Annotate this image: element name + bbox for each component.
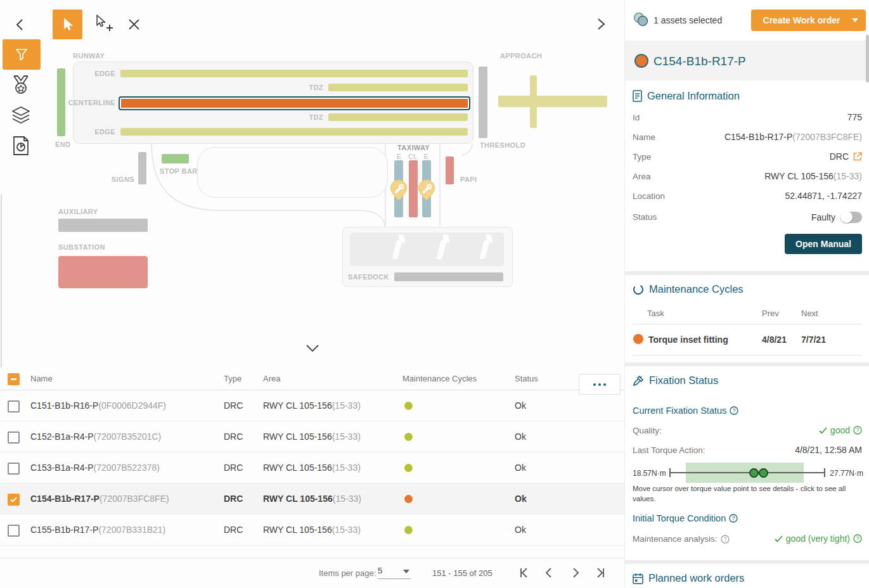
row-checkbox[interactable]: [8, 463, 20, 475]
wrench-pin-icon[interactable]: [390, 179, 408, 201]
safedock-asset[interactable]: [394, 272, 503, 281]
asset-status: Ok: [515, 525, 526, 535]
items-per-page-label: Items per page:: [319, 568, 376, 578]
badge-tool-button[interactable]: [11, 75, 30, 96]
badge-icon: [11, 75, 30, 96]
stop-bar-asset[interactable]: [162, 154, 189, 163]
cycle-task[interactable]: Torque inset fitting: [648, 335, 728, 345]
torque-max-label: 27.77N·m: [830, 469, 863, 478]
id-label: Id: [633, 113, 640, 122]
col-cycles[interactable]: Maintenance Cycles: [402, 374, 477, 383]
col-name[interactable]: Name: [30, 374, 53, 383]
create-work-order-button[interactable]: Create Work order: [751, 10, 866, 31]
asset-table: Name Type Area Maintenance Cycles Status…: [0, 368, 624, 546]
table-row[interactable]: C151-B1b-R16-P(0F0006D2944F) DRC RWY CL …: [0, 390, 624, 421]
asset-status-dot: [634, 54, 648, 68]
left-scrollbar[interactable]: [1, 195, 2, 390]
last-page-button[interactable]: [595, 566, 607, 579]
auxiliary-asset[interactable]: [58, 219, 148, 232]
help-icon[interactable]: ?: [729, 514, 738, 523]
chevron-down-icon: [306, 344, 319, 353]
edge-bottom-asset[interactable]: [120, 128, 468, 136]
approach-crossbar-asset[interactable]: [498, 96, 607, 107]
help-icon[interactable]: ?: [730, 406, 738, 415]
torque-point[interactable]: [749, 468, 759, 478]
status-toggle[interactable]: [840, 212, 862, 223]
cycle-next: 7/7/21: [801, 335, 826, 345]
next-page-button[interactable]: [569, 566, 582, 579]
chevron-right-icon: [593, 16, 608, 32]
prev-page-button[interactable]: [543, 566, 555, 579]
last-page-icon: [595, 566, 607, 579]
substation-asset[interactable]: [58, 256, 148, 288]
select-tool-button[interactable]: [53, 10, 82, 39]
status-label: Status: [633, 212, 657, 222]
cycle-status-dot: [404, 464, 413, 472]
close-icon: [128, 18, 140, 30]
layers-icon: [11, 105, 31, 125]
select-all-checkbox[interactable]: [8, 373, 20, 385]
indeterminate-icon: [11, 378, 16, 380]
table-row[interactable]: C153-B1a-R4-P(72007B522378) DRC RWY CL 1…: [0, 452, 624, 483]
table-row[interactable]: C152-B1a-R4-P(72007B35201C) DRC RWY CL 1…: [0, 421, 624, 452]
layers-tool-button[interactable]: [11, 105, 31, 125]
external-link-icon[interactable]: [853, 152, 862, 161]
torque-point[interactable]: [759, 468, 768, 478]
row-checkbox[interactable]: [8, 400, 20, 412]
stop-bar-label: STOP BAR: [160, 167, 183, 175]
collapse-panel-button[interactable]: [593, 16, 608, 32]
caret-down-icon[interactable]: [852, 18, 858, 22]
row-checkbox[interactable]: [8, 431, 20, 444]
table-row-selected[interactable]: C154-B1b-R17-P(72007B3FC8FE) DRC RWY CL …: [0, 483, 624, 514]
panel-scrollbar[interactable]: [866, 35, 869, 82]
col-area[interactable]: Area: [263, 374, 280, 383]
report-icon: [12, 136, 30, 156]
collapse-map-button[interactable]: [306, 344, 319, 353]
papi-label: PAPI: [460, 176, 477, 183]
current-fixation-status-link[interactable]: Current Fixation Status ?: [633, 406, 738, 416]
selected-summary: 1 assets selected: [653, 15, 722, 25]
first-page-button[interactable]: [517, 566, 530, 579]
back-button[interactable]: [13, 16, 28, 32]
taxiway-centerline-asset[interactable]: [409, 160, 418, 217]
col-type[interactable]: Type: [224, 374, 241, 383]
table-row[interactable]: C155-B1b-R17-P(72007B331B21) DRC RWY CL …: [0, 514, 624, 546]
check-icon: [10, 497, 17, 502]
asset-area-suffix: (15-33): [332, 431, 361, 442]
clear-selection-button[interactable]: [128, 18, 140, 30]
help-icon[interactable]: ?: [853, 426, 862, 435]
papi-asset[interactable]: [446, 157, 454, 184]
open-manual-button[interactable]: Open Manual: [785, 234, 862, 254]
report-tool-button[interactable]: [12, 136, 30, 156]
help-icon[interactable]: ?: [853, 534, 862, 543]
centerline-asset-selected[interactable]: [119, 96, 470, 110]
row-checkbox[interactable]: [8, 525, 20, 537]
col-status[interactable]: Status: [515, 374, 538, 383]
threshold-label: THRESHOLD: [480, 141, 525, 149]
assets-selected-icon: [633, 12, 649, 27]
threshold-asset[interactable]: [479, 67, 487, 138]
edge-top-asset[interactable]: [120, 70, 468, 77]
runway-end-asset[interactable]: [57, 68, 65, 136]
asset-type: DRC: [224, 525, 243, 535]
safedock-apron: [350, 233, 504, 266]
initial-torque-condition-link[interactable]: Initial Torque Condition ?: [633, 513, 738, 523]
row-checkbox-checked[interactable]: [8, 494, 20, 506]
torque-track: [669, 472, 825, 473]
name-label: Name: [633, 132, 655, 142]
help-icon[interactable]: ?: [721, 535, 730, 544]
cycle-icon: [633, 284, 644, 295]
general-info-header: General Information: [633, 90, 740, 102]
items-per-page-select[interactable]: 5: [378, 566, 411, 579]
wrench-pin-icon[interactable]: [418, 179, 435, 201]
signs-asset[interactable]: [138, 152, 146, 184]
tdz-top-asset[interactable]: [328, 84, 468, 91]
approach-stem-asset[interactable]: [530, 75, 537, 128]
type-label: Type: [633, 152, 651, 162]
app-window: RUNWAY APPROACH END EDGE TDZ CENTERLINE …: [0, 0, 869, 588]
last-torque-action-label: Last Torque Action:: [633, 445, 705, 455]
tdz-bottom-asset[interactable]: [328, 113, 468, 121]
create-work-order-label: Create Work order: [751, 15, 852, 25]
multi-select-tool-button[interactable]: [94, 14, 113, 34]
filter-tool-button[interactable]: [3, 39, 41, 70]
